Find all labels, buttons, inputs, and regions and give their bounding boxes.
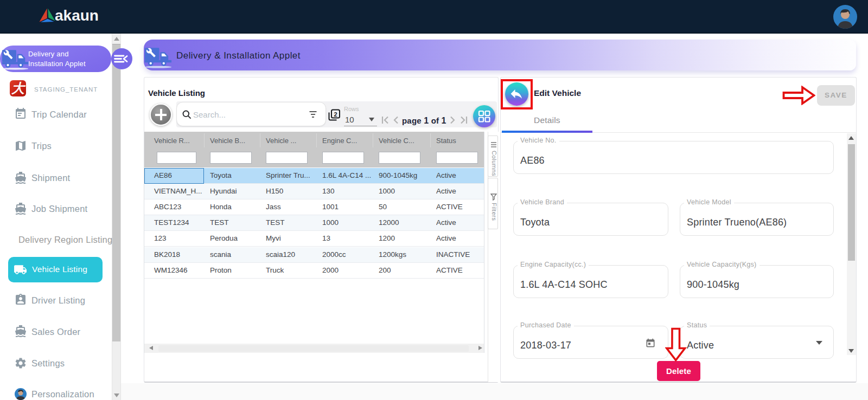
svg-text:2: 2 — [334, 111, 337, 118]
